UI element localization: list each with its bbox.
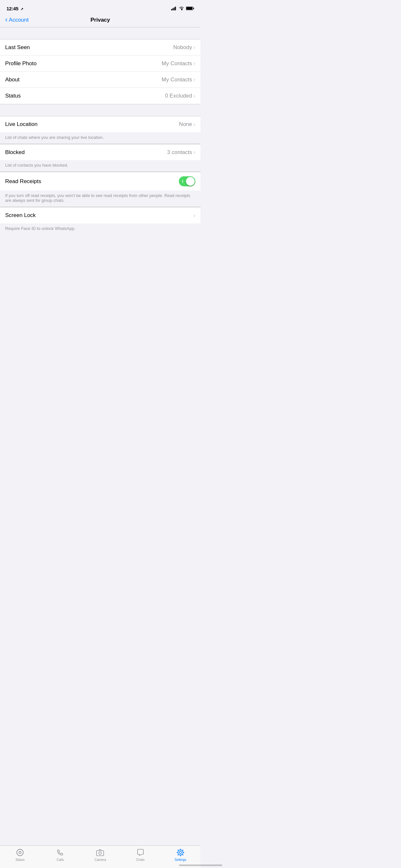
content-bottom-pad: [0, 235, 201, 267]
about-row[interactable]: About My Contacts ›: [0, 72, 201, 88]
toggle-knob: [186, 177, 195, 186]
last-seen-value-area: Nobody ›: [173, 44, 195, 51]
status-value: 0 Excluded: [165, 93, 192, 99]
blocked-value-area: 3 contacts ›: [167, 149, 196, 156]
blocked-value: 3 contacts: [167, 149, 192, 156]
live-location-label: Live Location: [5, 121, 37, 128]
last-seen-row[interactable]: Last Seen Nobody ›: [0, 39, 201, 56]
svg-rect-5: [186, 7, 192, 10]
live-location-value-area: None ›: [179, 121, 195, 128]
chevron-right-icon: ›: [193, 60, 195, 67]
svg-rect-0: [171, 9, 172, 10]
live-location-value: None: [179, 121, 192, 128]
screen-lock-label: Screen Lock: [5, 212, 36, 219]
blocked-row[interactable]: Blocked 3 contacts ›: [0, 144, 201, 160]
last-seen-value: Nobody: [173, 44, 192, 51]
screen-lock-row[interactable]: Screen Lock ›: [0, 207, 201, 223]
read-receipts-row: Read Receipts I: [0, 172, 201, 190]
blocked-section: Blocked 3 contacts ›: [0, 144, 201, 160]
section-gap-1: [0, 27, 201, 39]
live-location-description: List of chats where you are sharing your…: [0, 132, 201, 144]
about-label: About: [5, 76, 19, 83]
blocked-label: Blocked: [5, 149, 25, 156]
profile-photo-row[interactable]: Profile Photo My Contacts ›: [0, 56, 201, 72]
status-time: 12:45 ↗: [6, 6, 23, 11]
svg-rect-1: [173, 8, 174, 11]
read-receipts-section: Read Receipts I: [0, 172, 201, 190]
back-label: Account: [9, 17, 28, 23]
last-seen-label: Last Seen: [5, 44, 30, 51]
chevron-right-icon: ›: [193, 44, 195, 51]
svg-rect-2: [174, 7, 175, 10]
profile-photo-value-area: My Contacts ›: [162, 60, 195, 67]
chevron-right-icon: ›: [193, 121, 195, 128]
svg-rect-3: [175, 7, 176, 11]
privacy-section-1: Last Seen Nobody › Profile Photo My Cont…: [0, 39, 201, 104]
nav-bar: ‹ Account Privacy: [0, 14, 201, 27]
read-receipts-toggle[interactable]: I: [179, 176, 195, 186]
screen-lock-section: Screen Lock ›: [0, 207, 201, 223]
live-location-row[interactable]: Live Location None ›: [0, 116, 201, 132]
status-label: Status: [5, 93, 21, 99]
screen-lock-description: Require Face ID to unlock WhatsApp.: [0, 223, 201, 235]
chevron-left-icon: ‹: [5, 16, 7, 23]
chevron-right-icon: ›: [193, 93, 195, 99]
toggle-i-label: I: [182, 179, 183, 184]
status-bar: 12:45 ↗: [0, 0, 201, 14]
status-row[interactable]: Status 0 Excluded ›: [0, 88, 201, 104]
blocked-description: List of contacts you have blocked.: [0, 160, 201, 172]
status-icons: [171, 6, 194, 10]
signal-icon: [171, 6, 177, 10]
wifi-icon: [179, 6, 184, 10]
chevron-right-icon: ›: [193, 149, 195, 156]
read-receipts-label: Read Receipts: [5, 178, 41, 185]
section-gap-2: [0, 104, 201, 116]
about-value: My Contacts: [162, 76, 192, 83]
live-location-section: Live Location None ›: [0, 116, 201, 132]
back-button[interactable]: ‹ Account: [5, 17, 29, 23]
status-value-area: 0 Excluded ›: [165, 93, 195, 99]
about-value-area: My Contacts ›: [162, 76, 195, 83]
page-title: Privacy: [90, 17, 110, 23]
profile-photo-label: Profile Photo: [5, 60, 36, 67]
profile-photo-value: My Contacts: [162, 60, 192, 67]
battery-icon: [186, 6, 194, 10]
read-receipts-description: If you turn off read receipts, you won't…: [0, 190, 201, 207]
chevron-right-icon: ›: [193, 76, 195, 83]
screen-lock-value-area: ›: [193, 212, 195, 219]
svg-rect-6: [193, 8, 194, 9]
chevron-right-icon: ›: [193, 212, 195, 219]
location-icon: ↗: [20, 7, 23, 11]
